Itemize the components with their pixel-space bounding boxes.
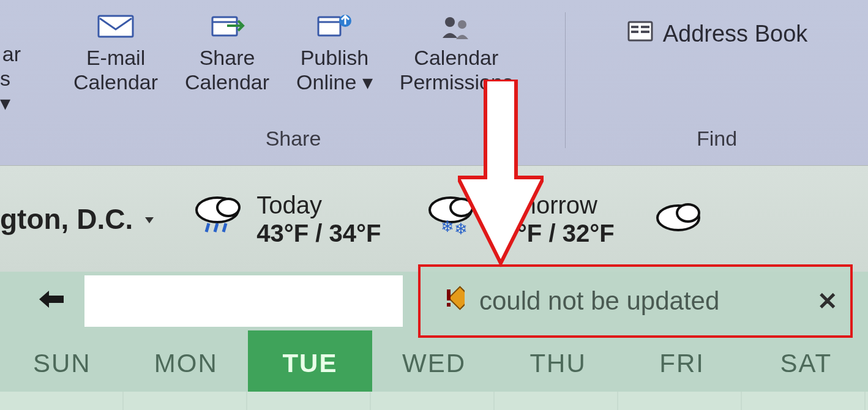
ribbon-group-share: E-mail Calendar Share Calendar [21, 7, 566, 165]
publish-online-label-2: Online ▾ [296, 70, 373, 94]
email-calendar-button[interactable]: E-mail Calendar [60, 7, 171, 94]
calendar-permissions-label-1: Calendar [414, 45, 498, 70]
share-calendar-label-1: Share [200, 45, 255, 70]
weather-tomorrow-values: 37°F / 32°F [490, 219, 614, 247]
ribbon-group-find-label: Find [566, 127, 868, 151]
svg-rect-2 [318, 17, 340, 35]
email-calendar-icon [96, 10, 135, 43]
weekday-cell-fri[interactable]: FRI [620, 344, 744, 378]
svg-text:❄: ❄ [441, 217, 454, 236]
weather-bar: gton, D.C. Today 43°F / 34°F ❄ ❄ [0, 165, 868, 272]
weekday-cell-thu[interactable]: THU [496, 344, 620, 378]
email-calendar-label-2: Calendar [73, 70, 158, 94]
address-book-button[interactable]: Address Book [609, 7, 825, 48]
weather-dayafter[interactable] [651, 195, 706, 243]
cloud-icon [651, 195, 706, 243]
weather-tomorrow-label: Tomorrow [490, 191, 614, 219]
calendar-title-redacted [84, 275, 403, 327]
weekday-cell-sun[interactable]: SUN [0, 344, 124, 378]
weekday-cell-mon[interactable]: MON [124, 344, 249, 378]
address-book-label: Address Book [663, 21, 808, 47]
svg-rect-21 [447, 303, 451, 307]
svg-rect-20 [447, 289, 451, 300]
calendar-header-area: could not be updated ✕ SUNMONTUEWEDTHUFR… [0, 272, 868, 410]
svg-point-18 [677, 204, 699, 222]
weather-today[interactable]: Today 43°F / 34°F [190, 191, 381, 247]
svg-rect-0 [99, 16, 133, 37]
address-book-icon [626, 20, 654, 48]
clipped-text-2: s ▾ [0, 66, 21, 115]
calendar-grid-top [0, 392, 868, 410]
weather-location-dropdown[interactable]: gton, D.C. [0, 203, 154, 236]
publish-online-icon [315, 10, 354, 43]
weekday-header-row: SUNMONTUEWEDTHUFRISAT [0, 330, 868, 392]
weekday-cell-tue[interactable]: TUE [248, 330, 372, 392]
svg-point-14 [451, 199, 473, 216]
svg-rect-8 [631, 31, 638, 33]
weather-tomorrow[interactable]: ❄ ❄ Tomorrow 37°F / 32°F [424, 191, 614, 247]
share-calendar-label-2: Calendar [185, 70, 269, 94]
weather-today-values: 43°F / 34°F [256, 219, 381, 247]
svg-point-5 [458, 20, 466, 29]
ribbon-group-find: Address Book Find [566, 7, 868, 165]
email-calendar-label-1: E-mail [86, 45, 145, 70]
svg-rect-10 [641, 31, 649, 33]
share-calendar-button[interactable]: Share Calendar [171, 7, 283, 94]
dismiss-warning-button[interactable]: ✕ [817, 287, 838, 315]
svg-rect-7 [631, 26, 638, 28]
calendar-sync-warning-text: could not be updated [479, 286, 719, 316]
share-calendar-icon [208, 10, 247, 43]
svg-rect-19 [449, 287, 465, 310]
calendar-permissions-button[interactable]: Calendar Permissions [386, 7, 526, 94]
svg-point-12 [217, 199, 239, 216]
calendar-permissions-label-2: Permissions [400, 70, 513, 94]
svg-text:❄: ❄ [454, 220, 468, 238]
publish-online-label-1: Publish [301, 45, 369, 70]
previous-week-button[interactable] [37, 286, 66, 316]
weather-location-text: gton, D.C. [0, 203, 133, 236]
ribbon-clipped-left: ar s ▾ [0, 7, 21, 115]
clipped-text-1: ar [2, 42, 21, 66]
weekday-cell-wed[interactable]: WED [372, 344, 496, 378]
calendar-sync-warning: could not be updated ✕ [418, 264, 853, 338]
rain-icon [190, 192, 245, 246]
publish-online-button[interactable]: Publish Online ▾ [283, 7, 386, 94]
weather-today-label: Today [256, 191, 381, 219]
ribbon: ar s ▾ E-mail Calendar [0, 0, 868, 165]
weekday-cell-sat[interactable]: SAT [744, 344, 868, 378]
chevron-down-icon [141, 205, 154, 233]
ribbon-group-share-label: Share [21, 127, 566, 151]
calendar-permissions-icon [436, 10, 476, 43]
svg-point-4 [445, 17, 455, 27]
snow-rain-icon: ❄ ❄ [424, 192, 479, 246]
warning-icon [433, 282, 465, 320]
svg-rect-9 [641, 26, 649, 28]
